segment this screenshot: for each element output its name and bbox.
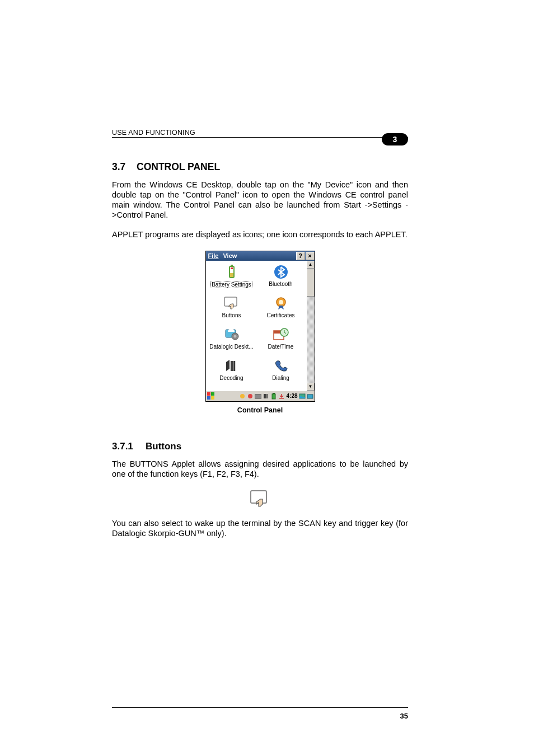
subsection-number: 3.7.1 <box>112 441 146 452</box>
tray-download-icon[interactable] <box>278 393 285 400</box>
svg-point-10 <box>233 335 236 337</box>
tray-keyboard-icon[interactable] <box>255 393 261 400</box>
scroll-thumb[interactable] <box>307 269 315 297</box>
tray-battery-icon[interactable] <box>270 393 277 400</box>
section-heading: 3.7CONTROL PANEL <box>112 161 408 173</box>
window-titlebar: File View ? × <box>206 251 315 261</box>
subsection-heading: 3.7.1Buttons <box>112 441 408 452</box>
scroll-down-button[interactable]: ▼ <box>307 383 315 391</box>
certificates-icon <box>272 294 290 312</box>
applet-label: Dialing <box>272 375 289 382</box>
svg-rect-25 <box>273 393 275 394</box>
applet-label: Certificates <box>266 313 294 319</box>
start-button[interactable] <box>207 392 215 400</box>
applet-bluetooth[interactable]: Bluetooth <box>256 263 306 294</box>
svg-rect-17 <box>236 361 236 371</box>
svg-rect-23 <box>266 394 268 398</box>
paragraph: You can also select to wake up the termi… <box>112 518 408 538</box>
scroll-track[interactable] <box>307 297 315 383</box>
control-panel-window: File View ? × Battery Settings <box>205 251 315 402</box>
applet-decoding[interactable]: Decoding <box>207 357 256 388</box>
close-button[interactable]: × <box>306 252 315 260</box>
svg-point-7 <box>279 300 283 304</box>
system-tray: 4:28 <box>239 393 313 400</box>
svg-rect-22 <box>265 394 266 398</box>
tray-sip-icon[interactable] <box>307 393 313 400</box>
svg-point-19 <box>248 394 252 398</box>
applet-label: Battery Settings <box>210 281 252 289</box>
svg-rect-28 <box>307 395 313 398</box>
dialing-icon <box>272 357 290 375</box>
svg-rect-26 <box>279 398 284 399</box>
applet-label: Datalogic Deskt... <box>209 344 253 350</box>
section-number: 3.7 <box>112 161 137 173</box>
tray-barcode-icon[interactable] <box>263 393 269 400</box>
svg-rect-3 <box>231 267 233 269</box>
applet-date-time[interactable]: Date/Time <box>256 326 306 357</box>
paragraph: APPLET programs are displayed as icons; … <box>112 229 408 240</box>
applet-label: Bluetooth <box>269 281 292 288</box>
svg-rect-14 <box>231 361 232 371</box>
figure-caption: Control Panel <box>237 406 283 414</box>
applet-dialing[interactable]: Dialing <box>256 357 306 388</box>
decoding-icon <box>223 357 241 375</box>
svg-rect-15 <box>232 361 233 371</box>
tray-desktop-icon[interactable] <box>299 393 306 400</box>
applet-buttons[interactable]: Buttons <box>207 294 256 326</box>
figure: File View ? × Battery Settings <box>112 251 408 414</box>
running-header: USE AND FUNCTIONING <box>112 129 195 137</box>
applet-label: Decoding <box>219 375 243 382</box>
svg-rect-2 <box>230 273 233 277</box>
buttons-applet-icon <box>249 489 271 509</box>
applet-battery-settings[interactable]: Battery Settings <box>207 263 256 294</box>
scroll-up-button[interactable]: ▲ <box>307 261 315 269</box>
svg-point-18 <box>240 394 245 398</box>
buttons-icon <box>223 294 241 312</box>
subsection-title: Buttons <box>146 441 181 452</box>
menu-view[interactable]: View <box>221 252 239 259</box>
taskbar: 4:28 <box>206 391 315 401</box>
help-button[interactable]: ? <box>296 252 305 260</box>
applet-label: Date/Time <box>268 344 294 350</box>
tray-bluetooth-icon[interactable] <box>239 393 246 400</box>
applet-certificates[interactable]: Certificates <box>256 294 306 326</box>
battery-icon <box>223 263 241 281</box>
page-number: 35 <box>400 712 408 720</box>
tray-network-icon[interactable] <box>247 393 254 400</box>
applet-datalogic-desktop[interactable]: Datalogic Deskt... <box>207 326 256 357</box>
header-rule <box>112 137 408 138</box>
paragraph: From the Windows CE Desktop, double tap … <box>112 180 408 220</box>
datetime-icon <box>272 326 290 344</box>
svg-rect-20 <box>255 395 261 398</box>
svg-rect-24 <box>272 394 275 399</box>
bluetooth-icon <box>272 263 290 281</box>
footer-rule <box>112 707 408 708</box>
applet-grid: Battery Settings Bluetooth Buttons <box>206 261 307 391</box>
svg-rect-21 <box>264 394 265 398</box>
section-title: CONTROL PANEL <box>137 161 220 172</box>
chapter-badge: 3 <box>382 133 408 145</box>
paragraph: The BUTTONS Applet allows assigning desi… <box>112 459 408 479</box>
scrollbar[interactable]: ▲ ▼ <box>307 261 315 391</box>
taskbar-clock[interactable]: 4:28 <box>286 393 297 399</box>
svg-rect-1 <box>231 265 233 266</box>
desktop-icon <box>223 326 241 344</box>
applet-label: Buttons <box>222 313 241 319</box>
svg-rect-16 <box>233 361 235 371</box>
menu-file[interactable]: File <box>206 252 221 259</box>
